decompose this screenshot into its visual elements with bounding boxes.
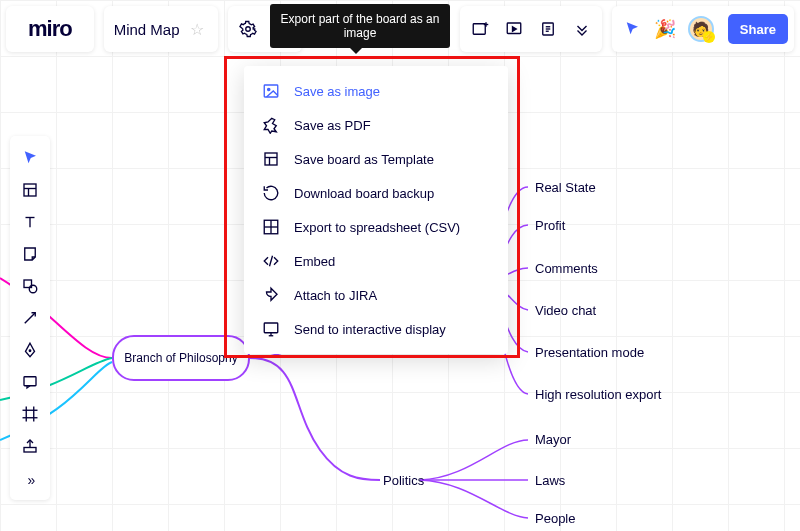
svg-line-14 bbox=[25, 313, 36, 324]
menu-item-label: Download board backup bbox=[294, 186, 434, 201]
download-backup-icon bbox=[262, 184, 280, 202]
shape-tool[interactable] bbox=[10, 270, 50, 302]
mindmap-node[interactable]: Profit bbox=[535, 218, 565, 233]
line-tool[interactable] bbox=[10, 302, 50, 334]
export-menu-item-embed[interactable]: Embed bbox=[244, 244, 508, 278]
export-menu-item-save-pdf[interactable]: Save as PDF bbox=[244, 108, 508, 142]
svg-rect-31 bbox=[264, 323, 278, 333]
export-menu: Save as imageSave as PDFSave board as Te… bbox=[244, 66, 508, 354]
text-tool[interactable] bbox=[10, 206, 50, 238]
mindmap-node[interactable]: Real State bbox=[535, 180, 596, 195]
export-tooltip: Export part of the board as an image bbox=[270, 4, 450, 48]
svg-rect-24 bbox=[265, 153, 277, 165]
pen-tool[interactable] bbox=[10, 334, 50, 366]
svg-rect-7 bbox=[24, 184, 36, 196]
more-tools-icon[interactable]: » bbox=[10, 462, 50, 494]
export-menu-item-export-csv[interactable]: Export to spreadsheet (CSV) bbox=[244, 210, 508, 244]
sticky-note-tool[interactable] bbox=[10, 238, 50, 270]
menu-item-label: Save board as Template bbox=[294, 152, 434, 167]
mindmap-node-politics[interactable]: Politics bbox=[383, 473, 424, 488]
more-chevrons-icon[interactable] bbox=[572, 19, 592, 39]
presentation-play-icon[interactable] bbox=[504, 19, 524, 39]
share-button[interactable]: Share bbox=[728, 14, 788, 44]
svg-point-13 bbox=[29, 285, 37, 293]
menu-item-label: Attach to JIRA bbox=[294, 288, 377, 303]
svg-point-23 bbox=[268, 88, 270, 90]
mindmap-node[interactable]: Video chat bbox=[535, 303, 596, 318]
view-actions-group bbox=[460, 6, 602, 52]
upload-tool[interactable] bbox=[10, 430, 50, 462]
export-menu-item-send-display[interactable]: Send to interactive display bbox=[244, 312, 508, 346]
board-title-group: Mind Map ☆ bbox=[104, 6, 218, 52]
svg-rect-22 bbox=[264, 85, 278, 97]
export-menu-item-save-image[interactable]: Save as image bbox=[244, 74, 508, 108]
export-csv-icon bbox=[262, 218, 280, 236]
board-title[interactable]: Mind Map bbox=[114, 21, 186, 38]
comment-tool[interactable] bbox=[10, 366, 50, 398]
cursor-icon[interactable] bbox=[622, 19, 642, 39]
save-image-icon bbox=[262, 82, 280, 100]
embed-icon bbox=[262, 252, 280, 270]
menu-item-label: Save as image bbox=[294, 84, 380, 99]
app-logo[interactable]: miro bbox=[16, 16, 84, 42]
export-menu-item-attach-jira[interactable]: Attach to JIRA bbox=[244, 278, 508, 312]
attach-jira-icon bbox=[262, 286, 280, 304]
user-avatar[interactable]: 🧑 bbox=[688, 16, 714, 42]
notes-icon[interactable] bbox=[538, 19, 558, 39]
send-display-icon bbox=[262, 320, 280, 338]
export-menu-item-download-backup[interactable]: Download board backup bbox=[244, 176, 508, 210]
mindmap-node[interactable]: People bbox=[535, 511, 575, 526]
menu-item-label: Embed bbox=[294, 254, 335, 269]
mindmap-node[interactable]: Laws bbox=[535, 473, 565, 488]
favorite-star-icon[interactable]: ☆ bbox=[186, 20, 208, 39]
svg-rect-1 bbox=[473, 24, 485, 35]
mindmap-root-node[interactable]: Branch of Philosophy bbox=[112, 335, 250, 381]
mindmap-node[interactable]: Comments bbox=[535, 261, 598, 276]
select-tool[interactable] bbox=[10, 142, 50, 174]
svg-point-0 bbox=[245, 27, 250, 32]
celebrate-icon[interactable]: 🎉 bbox=[654, 18, 676, 40]
mindmap-node[interactable]: High resolution export bbox=[535, 387, 661, 402]
mindmap-node[interactable]: Presentation mode bbox=[535, 345, 644, 360]
svg-point-15 bbox=[29, 350, 31, 352]
left-toolbar: » bbox=[10, 136, 50, 500]
logo-group: miro bbox=[6, 6, 94, 52]
menu-item-label: Export to spreadsheet (CSV) bbox=[294, 220, 460, 235]
menu-item-label: Save as PDF bbox=[294, 118, 371, 133]
svg-rect-21 bbox=[24, 448, 36, 453]
save-template-icon bbox=[262, 150, 280, 168]
collab-group: 🎉 🧑 Share bbox=[612, 6, 794, 52]
settings-gear-icon[interactable] bbox=[238, 19, 258, 39]
template-tool[interactable] bbox=[10, 174, 50, 206]
svg-rect-16 bbox=[24, 377, 36, 386]
frame-plus-icon[interactable] bbox=[470, 19, 490, 39]
frame-tool[interactable] bbox=[10, 398, 50, 430]
export-menu-item-save-template[interactable]: Save board as Template bbox=[244, 142, 508, 176]
svg-line-30 bbox=[270, 256, 273, 267]
root-node-label: Branch of Philosophy bbox=[124, 351, 237, 365]
menu-item-label: Send to interactive display bbox=[294, 322, 446, 337]
save-pdf-icon bbox=[262, 116, 280, 134]
mindmap-node[interactable]: Mayor bbox=[535, 432, 571, 447]
